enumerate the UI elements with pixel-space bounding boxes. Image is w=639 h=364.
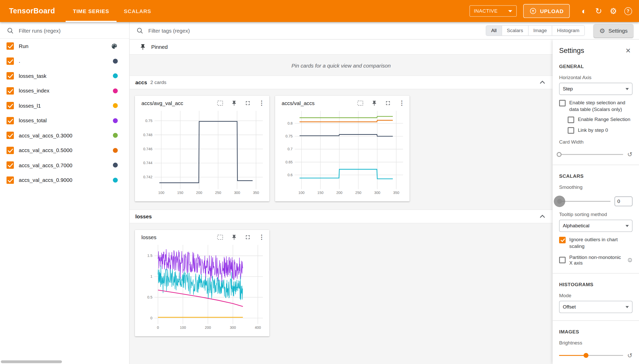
upload-label: UPLOAD xyxy=(540,8,564,14)
pin-icon[interactable] xyxy=(230,99,238,107)
scalar-card: accs/avg_val_acc ⋮ 0.7420.7440.7460.7480… xyxy=(135,96,269,201)
theme-toggle-icon[interactable]: ◐ xyxy=(577,4,591,18)
svg-text:300: 300 xyxy=(374,191,380,195)
more-options-icon[interactable]: ⋮ xyxy=(258,99,265,107)
run-checkbox[interactable] xyxy=(6,72,14,80)
chevron-down-icon xyxy=(626,306,629,308)
tags-filter-input[interactable] xyxy=(147,27,393,34)
run-status-dropdown[interactable]: INACTIVE xyxy=(469,5,517,17)
smoothing-slider[interactable] xyxy=(559,201,610,202)
run-row[interactable]: accs_val_accs_0.9000 xyxy=(0,173,129,188)
run-checkbox[interactable] xyxy=(6,132,14,139)
palette-icon[interactable] xyxy=(111,43,118,50)
slider-thumb[interactable] xyxy=(557,152,561,157)
filter-chip-all[interactable]: All xyxy=(486,26,502,35)
scrollbar-thumb[interactable] xyxy=(1,360,62,363)
section-header-losses[interactable]: losses xyxy=(130,210,553,223)
gear-icon[interactable]: ⚙ xyxy=(606,4,620,18)
ignore-outliers-checkbox-row[interactable]: Ignore outliers in chart scaling xyxy=(559,237,633,249)
histogram-mode-select[interactable]: Offset xyxy=(559,301,633,313)
tooltip-sorting-select[interactable]: Alphabetical xyxy=(559,220,633,232)
reset-icon[interactable]: ↺ xyxy=(627,352,633,359)
slider-thumb[interactable] xyxy=(584,353,588,358)
run-row[interactable]: Run xyxy=(0,39,129,54)
reset-icon[interactable]: ↺ xyxy=(627,151,633,157)
upload-button[interactable]: UPLOAD xyxy=(523,4,570,18)
more-options-icon[interactable]: ⋮ xyxy=(398,99,406,107)
run-row[interactable]: accs_val_accs_0.7000 xyxy=(0,158,129,173)
run-checkbox[interactable] xyxy=(6,102,14,109)
fullscreen-icon[interactable] xyxy=(244,99,251,107)
fullscreen-icon[interactable] xyxy=(384,99,392,107)
svg-text:300: 300 xyxy=(234,191,240,195)
run-checkbox[interactable] xyxy=(6,42,14,50)
more-options-icon[interactable]: ⋮ xyxy=(258,234,265,241)
runs-filter-input[interactable] xyxy=(18,27,123,34)
run-row[interactable]: accs_val_accs_0.3000 xyxy=(0,128,129,143)
link-by-step-checkbox[interactable] xyxy=(568,127,574,134)
main-column: All Scalars Image Histogram ⚙ Settings P… xyxy=(130,22,639,364)
filter-chip-image[interactable]: Image xyxy=(528,26,552,35)
fit-domain-icon[interactable] xyxy=(217,99,224,107)
horizontal-axis-select[interactable]: Step xyxy=(559,83,633,95)
line-chart[interactable]: 00.511.50100200300400 xyxy=(138,242,266,333)
run-row[interactable]: . xyxy=(0,54,129,69)
line-chart[interactable]: 0.60.650.70.750.8100150200250300350 xyxy=(278,108,406,198)
chevron-up-icon[interactable] xyxy=(538,78,547,87)
horizontal-axis-label: Horizontal Axis xyxy=(559,74,633,80)
run-checkbox[interactable] xyxy=(6,57,14,65)
tab-time-series[interactable]: TIME SERIES xyxy=(65,0,116,22)
refresh-icon[interactable]: ↻ xyxy=(592,4,606,18)
step-selection-checkbox-row[interactable]: Enable step selection and data table (Sc… xyxy=(559,100,633,113)
ignore-outliers-checkbox[interactable] xyxy=(559,237,566,243)
run-row[interactable]: accs_val_accs_0.5000 xyxy=(0,143,129,158)
close-icon[interactable]: ✕ xyxy=(624,46,633,55)
tab-scalars[interactable]: SCALARS xyxy=(117,0,159,22)
run-checkbox[interactable] xyxy=(6,176,14,184)
fullscreen-icon[interactable] xyxy=(244,234,251,241)
svg-text:200: 200 xyxy=(196,191,202,195)
pinned-title: Pinned xyxy=(151,44,168,50)
fit-domain-icon[interactable] xyxy=(356,99,364,107)
partition-label: Partition non-monotonic X axis xyxy=(569,255,624,266)
smoothing-value-input[interactable] xyxy=(615,197,633,206)
partition-checkbox-row[interactable]: Partition non-monotonic X axis xyxy=(559,255,633,266)
smoothing-slider-thumb[interactable] xyxy=(554,196,565,207)
chevron-up-icon[interactable] xyxy=(538,212,547,221)
svg-text:0: 0 xyxy=(150,316,152,320)
run-row[interactable]: losses_index xyxy=(0,83,129,98)
help-icon[interactable]: ? xyxy=(621,4,635,18)
card-width-slider[interactable] xyxy=(559,154,623,155)
run-checkbox[interactable] xyxy=(6,117,14,124)
brightness-slider[interactable] xyxy=(559,355,623,356)
run-row[interactable]: losses_total xyxy=(0,113,129,128)
filter-chip-scalars[interactable]: Scalars xyxy=(502,26,528,35)
pin-icon[interactable] xyxy=(230,234,238,241)
partition-checkbox[interactable] xyxy=(559,257,566,263)
range-selection-checkbox-row[interactable]: Enable Range Selection xyxy=(568,117,632,123)
settings-button-label: Settings xyxy=(608,27,628,34)
card-toolbar: ⋮ xyxy=(356,99,405,107)
card-title: accs/val_accs xyxy=(281,100,356,106)
step-selection-checkbox[interactable] xyxy=(559,100,566,106)
line-chart[interactable]: 0.7420.7440.7460.7480.751001502002503003… xyxy=(138,108,266,198)
run-row[interactable]: losses_l1 xyxy=(0,98,129,113)
ignore-outliers-label: Ignore outliers in chart scaling xyxy=(569,237,633,249)
range-selection-checkbox[interactable] xyxy=(568,117,574,123)
filter-chip-histogram[interactable]: Histogram xyxy=(552,26,584,35)
run-row[interactable]: losses_task xyxy=(0,69,129,83)
run-checkbox[interactable] xyxy=(6,162,14,169)
svg-text:0.746: 0.746 xyxy=(143,147,153,151)
link-by-step-checkbox-row[interactable]: Link by step 0 xyxy=(568,127,632,134)
run-checkbox[interactable] xyxy=(6,147,14,154)
pin-icon[interactable] xyxy=(370,99,378,107)
fit-domain-icon[interactable] xyxy=(217,234,224,241)
settings-button[interactable]: ⚙ Settings xyxy=(594,24,633,37)
sidebar-horizontal-scrollbar[interactable] xyxy=(1,360,128,363)
run-checkbox[interactable] xyxy=(6,87,14,95)
section-header-accs[interactable]: accs 2 cards xyxy=(130,76,553,89)
accs-cards-row: accs/avg_val_acc ⋮ 0.7420.7440.7460.7480… xyxy=(130,89,553,209)
svg-text:0.5: 0.5 xyxy=(147,295,153,299)
run-status-value: INACTIVE xyxy=(474,8,498,14)
help-glyph: ? xyxy=(624,7,632,15)
